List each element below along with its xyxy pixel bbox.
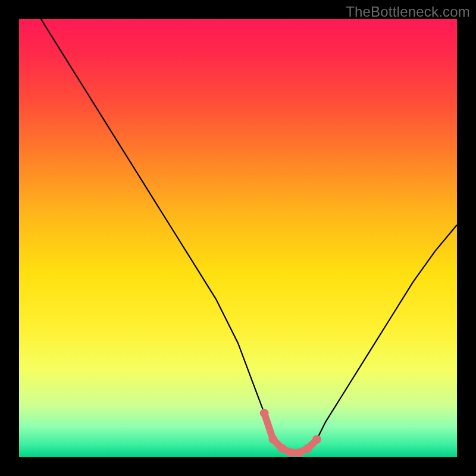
optimal-marker <box>286 448 295 457</box>
bottleneck-curve <box>41 19 457 453</box>
watermark-text: TheBottleneck.com <box>346 4 470 20</box>
optimal-marker <box>312 435 321 444</box>
optimal-marker <box>269 435 278 444</box>
optimal-marker <box>277 444 286 453</box>
optimal-marker <box>295 448 304 457</box>
optimal-markers <box>260 409 321 457</box>
curve-layer <box>19 19 457 457</box>
plot-area <box>19 19 457 457</box>
chart-stage: TheBottleneck.com <box>0 0 476 476</box>
optimal-marker <box>303 444 312 453</box>
optimal-marker <box>260 409 269 418</box>
